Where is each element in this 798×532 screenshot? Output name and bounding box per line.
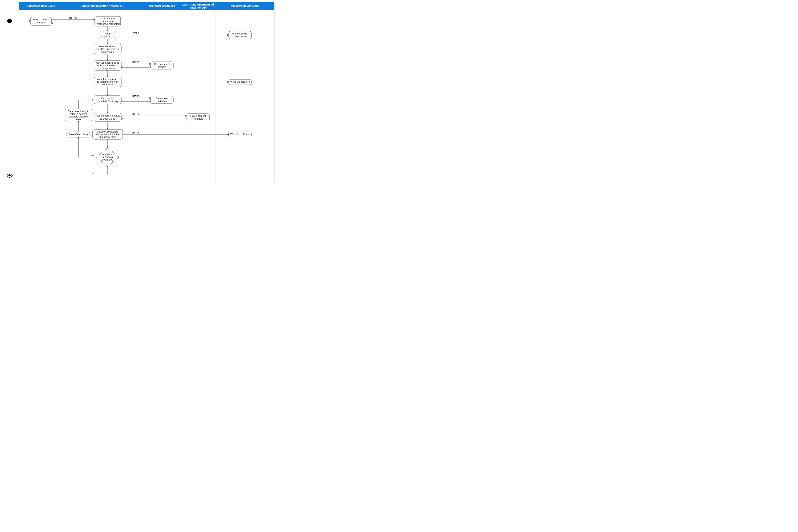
node-text: Update ObjectStore: [97, 130, 118, 133]
node-text: { /sources/{{sourceId}}: [95, 22, 120, 25]
lane-header-salesforce: Salesforce Data Cloud: [19, 2, 63, 10]
node-text: state: [76, 118, 81, 121]
node-text: metadata: [36, 21, 46, 24]
edge-label-no: No: [92, 172, 95, 175]
node-text: to Data Cloud: [100, 117, 115, 120]
node-text: to ObjectStore with: [97, 80, 118, 83]
edge-label-https: HTTPS: [132, 113, 140, 115]
lane-title: Ingestion API: [190, 6, 207, 9]
node-sp-get-libs: Get list of all libraries or list of lib…: [94, 60, 122, 71]
node-text: and library state: [99, 136, 116, 138]
node-sp-update-os: Update ObjectStore with continuation tok…: [93, 130, 123, 139]
node-os-write-1: Write ObjectStore: [228, 79, 252, 85]
activity-diagram: Salesforce Data Cloud SharePoint Ingesti…: [0, 0, 278, 186]
node-text: POST content: [33, 18, 49, 21]
node-text: Get document: [154, 63, 170, 65]
node-text: initial state: [102, 83, 113, 86]
edge-detlib-to-getmeta: [78, 100, 94, 109]
lane-title: Microsoft Graph API: [149, 4, 175, 7]
node-text: metadata: [103, 156, 113, 158]
node-text: metadata based on: [68, 115, 89, 118]
lane-header-msgraph: Microsoft Graph API: [143, 2, 181, 10]
node-text: Get content: [101, 97, 114, 100]
node-sp-read-os: Read ObjectStore: [99, 31, 116, 39]
node-text: Read: [105, 32, 111, 35]
node-text: Push content metadata: [95, 114, 120, 117]
node-sp-gen-session: Generate session identifer and store in …: [94, 44, 122, 54]
node-text: metadata: [103, 20, 113, 23]
lane-header-objectstore: MuleSoft Object Store: [215, 2, 274, 10]
node-dc-post: POST content metadata: [187, 113, 209, 121]
lane-header-datacloud-ing: Data Cloud Unstructured Ingestion API: [181, 2, 215, 10]
node-sp-get-meta: Get content metadata for library: [94, 96, 122, 104]
node-text: or list of libraries in: [97, 64, 118, 67]
lane-title: Salesforce Data Cloud: [27, 4, 55, 7]
edge-label-https: HTTPS: [132, 95, 140, 98]
lane-title: SharePoint Ingestion Process API: [81, 4, 124, 7]
node-text: Generate session: [98, 45, 117, 48]
node-sp-write-libs: Write list of libraries to ObjectStore w…: [94, 77, 122, 87]
end-node: [7, 173, 12, 177]
node-text: available?: [102, 158, 113, 161]
svg-point-10: [8, 174, 11, 176]
edge-label-https: HTTPS: [132, 61, 140, 63]
node-text: identifer and store in: [96, 48, 119, 51]
lane-title: MuleSoft Object Store: [231, 4, 259, 7]
start-node: [7, 19, 12, 23]
node-sp-post: POST content metadata { /sources/{{sourc…: [95, 16, 120, 26]
node-text: Write ObjectStore: [230, 80, 250, 83]
node-text: with continuation token: [95, 133, 120, 136]
node-sp-push: Push content metadata to Data Cloud: [94, 113, 122, 121]
edge-label-https: HTTPS: [131, 32, 139, 35]
node-text: Determine library to: [68, 110, 89, 113]
node-text: POST content: [190, 114, 206, 117]
node-text: Find session in: [232, 32, 248, 35]
node-os-find: Find session in ObjectStore: [228, 31, 252, 39]
node-text: Write list of libraries: [97, 78, 118, 80]
edge-label-https: HTTPS: [132, 131, 140, 134]
node-text: ObjectStore: [101, 50, 114, 53]
node-text: metadata: [157, 100, 167, 102]
node-ms-get-meta: Get content metadata: [150, 96, 173, 103]
node-text: Read ObjectStore: [69, 133, 88, 136]
node-sp-read-os-2: Read ObjectStore: [67, 132, 90, 137]
edge-label-https: HTTPS: [69, 17, 77, 19]
lane-title: Data Cloud Unstructured: [182, 3, 214, 6]
node-text: Get list of all libraries: [96, 61, 119, 64]
swimlane-container: [19, 2, 274, 183]
decision-additional-metadata: Additional metadata available?: [96, 148, 119, 167]
node-text: Write ObjectStore: [230, 133, 250, 136]
node-text: metadata: [193, 117, 203, 120]
node-sp-determine-lib: Determine library to retrieve content me…: [65, 109, 92, 121]
node-text: ObjectStore: [101, 35, 114, 38]
node-text: metadata for library: [97, 100, 118, 102]
node-os-write-2: Write ObjectStore: [228, 132, 252, 137]
node-sf-post: POST content metadata: [31, 17, 52, 25]
node-text: retrieve content: [70, 113, 87, 115]
node-text: Additional: [102, 153, 113, 156]
node-text: ObjectStore: [234, 35, 247, 38]
node-text: libraries: [157, 65, 166, 68]
edge-label-yes: Yes: [91, 154, 94, 157]
node-text: configuration: [100, 66, 115, 70]
lane-header-sharepoint-api: SharePoint Ingestion Process API: [63, 2, 143, 10]
node-text: POST content: [100, 17, 115, 20]
node-text: Get content: [155, 97, 168, 100]
node-ms-get-libs: Get document libraries: [150, 62, 173, 69]
